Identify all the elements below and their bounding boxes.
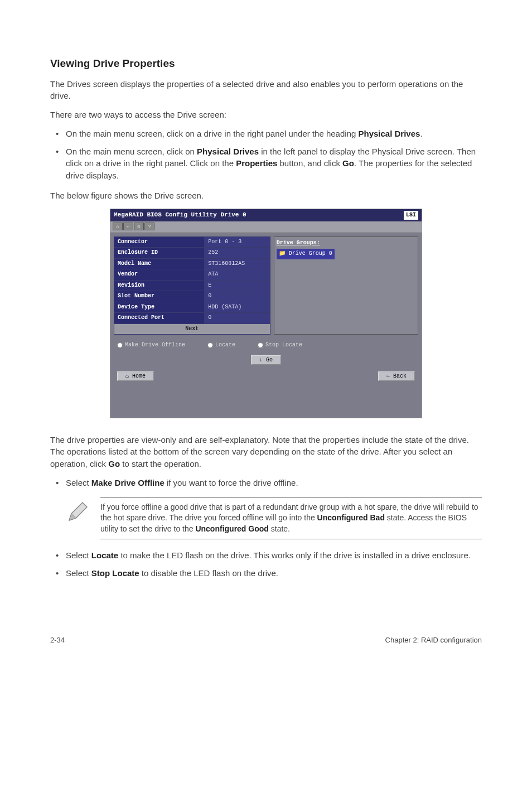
toolbar-icon[interactable]: ⎋	[134, 223, 144, 230]
radio-label: Stop Locate	[265, 341, 302, 350]
text: Select	[66, 550, 91, 560]
bold-text: Unconfigured Good	[195, 524, 268, 533]
toolbar-icon[interactable]: ⌂	[113, 223, 123, 230]
list-item: On the main menu screen, click on a driv…	[50, 128, 482, 140]
list-item: On the main menu screen, click on Physic…	[50, 146, 482, 182]
access-methods-list: On the main menu screen, click on a driv…	[50, 128, 482, 182]
text: if you want to force the drive offline.	[165, 478, 298, 487]
button-label: Go	[266, 357, 273, 363]
operation-radios: Make Drive Offline Locate Stop Locate	[110, 338, 422, 353]
page-footer: 2-34 Chapter 2: RAID configuration	[50, 635, 482, 646]
drive-groups-header: Drive Groups:	[277, 239, 415, 248]
text: state.	[269, 524, 290, 533]
table-row: ConnectorPort 0 - 3	[114, 236, 270, 248]
figure-caption: The below figure shows the Drive screen.	[50, 190, 482, 202]
prop-label: Device Type	[114, 302, 205, 313]
operation-list-2: Select Locate to make the LED flash on t…	[50, 549, 482, 579]
prop-label: Connector	[114, 236, 205, 248]
table-row: VendorATA	[114, 269, 270, 281]
prop-value: 0	[205, 291, 270, 302]
operation-list-1: Select Make Drive Offline if you want to…	[50, 477, 482, 489]
drive-group-item[interactable]: 📁 Drive Group 0	[277, 249, 335, 259]
bold-text: Locate	[91, 550, 118, 560]
prop-label: Vendor	[114, 269, 205, 281]
list-item: Select Stop Locate to disable the LED fl…	[50, 567, 482, 579]
bold-text: Properties	[236, 158, 277, 168]
page-title: Viewing Drive Properties	[50, 56, 482, 71]
text: to disable the LED flash on the drive.	[139, 568, 278, 578]
properties-table: ConnectorPort 0 - 3 Enclosure ID252 Mode…	[114, 236, 270, 335]
pencil-note-icon	[66, 499, 90, 524]
note-box: If you force offline a good drive that i…	[66, 497, 482, 540]
page-number: 2-34	[50, 635, 65, 646]
go-row: ↓ Go	[110, 353, 422, 367]
bold-text: Stop Locate	[91, 568, 139, 578]
home-button[interactable]: ⌂ Home	[117, 371, 154, 381]
screenshot-footer	[110, 385, 422, 418]
prop-value: E	[205, 280, 270, 291]
prop-value: 252	[205, 248, 270, 259]
bold-text: Make Drive Offline	[91, 478, 165, 487]
nav-row: ⌂ Home ← Back	[110, 367, 422, 385]
list-item: Select Make Drive Offline if you want to…	[50, 477, 482, 489]
bold-text: Physical Drives	[358, 129, 420, 138]
drive-groups-panel: Drive Groups: 📁 Drive Group 0	[274, 236, 418, 335]
prop-value: 0	[205, 313, 270, 324]
prop-label: Enclosure ID	[114, 248, 205, 259]
paragraph: The drive properties are view-only and a…	[50, 434, 482, 470]
prop-value: ATA	[205, 269, 270, 281]
go-button[interactable]: ↓ Go	[251, 355, 281, 365]
toolbar-icon[interactable]: ←	[123, 223, 133, 230]
note-text: If you force offline a good drive that i…	[100, 497, 482, 540]
text: .	[420, 129, 422, 138]
window-title: MegaRAID BIOS Config Utility Drive 0	[114, 211, 246, 220]
table-row: Connected Port0	[114, 313, 270, 324]
radio-stop-locate[interactable]: Stop Locate	[258, 341, 302, 350]
prop-label: Revision	[114, 280, 205, 291]
prop-label: Model Name	[114, 258, 205, 269]
radio-locate[interactable]: Locate	[207, 341, 235, 350]
next-row: Next	[114, 323, 270, 335]
radio-label: Locate	[215, 341, 235, 350]
radio-make-offline[interactable]: Make Drive Offline	[117, 341, 185, 350]
drive-screen-figure: MegaRAID BIOS Config Utility Drive 0 LSI…	[110, 209, 422, 418]
radio-input[interactable]	[117, 342, 123, 348]
text: Select	[66, 568, 91, 578]
table-row: RevisionE	[114, 280, 270, 291]
radio-label: Make Drive Offline	[125, 341, 185, 350]
text: Select	[66, 478, 91, 487]
table-row: Model NameST3160812AS	[114, 258, 270, 269]
text: On the main menu screen, click on	[66, 147, 197, 156]
button-label: Back	[393, 373, 407, 379]
prop-label: Slot Number	[114, 291, 205, 302]
bold-text: Go	[108, 459, 120, 468]
intro-paragraph-2: There are two ways to access the Drive s…	[50, 109, 482, 121]
text: On the main menu screen, click on a driv…	[66, 129, 358, 138]
window-titlebar: MegaRAID BIOS Config Utility Drive 0 LSI	[110, 209, 422, 222]
table-row: Slot Number0	[114, 291, 270, 302]
bold-text: Go	[342, 158, 354, 168]
intro-paragraph-1: The Drives screen displays the propertie…	[50, 78, 482, 103]
text: to make the LED flash on the drive. This…	[118, 550, 471, 560]
bold-text: Unconfigured Bad	[317, 513, 385, 522]
prop-value: ST3160812AS	[205, 258, 270, 269]
table-row: Device TypeHDD (SATA)	[114, 302, 270, 313]
next-button[interactable]: Next	[114, 323, 270, 335]
back-button[interactable]: ← Back	[378, 371, 415, 381]
text: button, and click	[277, 158, 342, 168]
bold-text: Physical Drives	[197, 147, 259, 156]
table-row: Enclosure ID252	[114, 248, 270, 259]
prop-value: HDD (SATA)	[205, 302, 270, 313]
toolbar-icon[interactable]: ?	[144, 223, 154, 230]
prop-value: Port 0 - 3	[205, 236, 270, 248]
text: Drive Group 0	[289, 250, 332, 257]
radio-input[interactable]	[207, 342, 213, 348]
button-label: Home	[132, 373, 146, 379]
prop-label: Connected Port	[114, 313, 205, 324]
radio-input[interactable]	[258, 342, 263, 348]
toolbar: ⌂←⎋?	[110, 221, 422, 233]
chapter-label: Chapter 2: RAID configuration	[385, 635, 482, 646]
lsi-logo: LSI	[404, 211, 418, 220]
text: to start the operation.	[120, 459, 201, 468]
list-item: Select Locate to make the LED flash on t…	[50, 549, 482, 562]
